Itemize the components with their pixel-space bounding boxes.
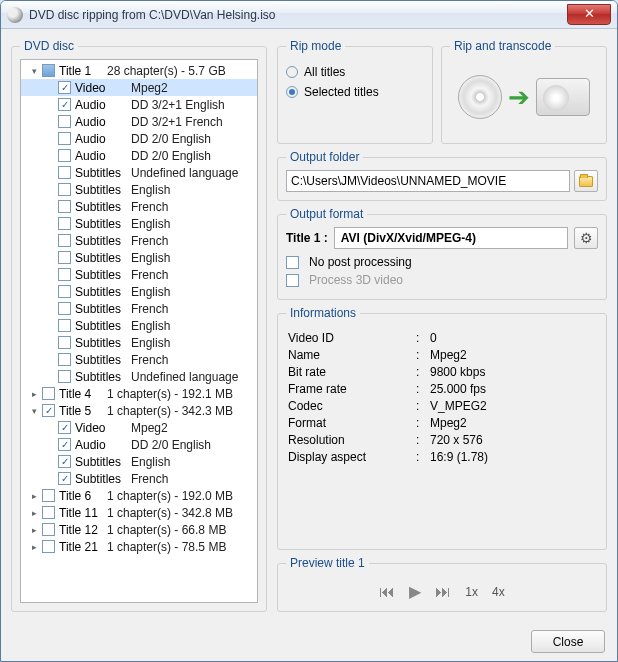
checkbox-icon[interactable]: [42, 404, 55, 417]
tree-row[interactable]: VideoMpeg2: [21, 79, 257, 96]
tree-row[interactable]: SubtitlesEnglish: [21, 317, 257, 334]
checkbox-icon[interactable]: [58, 217, 71, 230]
checkbox-icon[interactable]: [58, 472, 71, 485]
tree-row[interactable]: ▸Title 41 chapter(s) - 192.1 MB: [21, 385, 257, 402]
tree-label: Subtitles: [75, 183, 131, 197]
checkbox-icon[interactable]: [58, 285, 71, 298]
tree-row[interactable]: SubtitlesUndefined language: [21, 164, 257, 181]
tree-row[interactable]: SubtitlesFrench: [21, 300, 257, 317]
no-post-processing-checkbox[interactable]: No post processing: [286, 255, 598, 269]
tree-row[interactable]: AudioDD 2/0 English: [21, 436, 257, 453]
transcode-button[interactable]: ➔: [450, 59, 598, 135]
tree-row[interactable]: SubtitlesFrench: [21, 351, 257, 368]
info-key: Display aspect: [288, 449, 416, 466]
next-button[interactable]: ⏭: [435, 583, 451, 601]
tree-row[interactable]: SubtitlesEnglish: [21, 334, 257, 351]
tree-row[interactable]: SubtitlesEnglish: [21, 453, 257, 470]
checkbox-icon[interactable]: [58, 132, 71, 145]
tree-label: Audio: [75, 149, 131, 163]
expand-icon[interactable]: ▾: [29, 405, 40, 416]
tree-label: Audio: [75, 98, 131, 112]
checkbox-icon[interactable]: [42, 523, 55, 536]
tree-row[interactable]: ▾Title 51 chapter(s) - 342.3 MB: [21, 402, 257, 419]
tree-label: Subtitles: [75, 285, 131, 299]
expand-icon[interactable]: ▾: [29, 65, 40, 76]
checkbox-icon[interactable]: [58, 319, 71, 332]
checkbox-icon[interactable]: [58, 98, 71, 111]
disc-tree[interactable]: ▾Title 128 chapter(s) - 5.7 GBVideoMpeg2…: [20, 59, 258, 603]
checkbox-icon[interactable]: [58, 166, 71, 179]
tree-row[interactable]: ▸Title 121 chapter(s) - 66.8 MB: [21, 521, 257, 538]
checkbox-icon[interactable]: [42, 540, 55, 553]
tree-row[interactable]: SubtitlesEnglish: [21, 181, 257, 198]
radio-selected-label: Selected titles: [304, 85, 379, 99]
checkbox-icon[interactable]: [42, 506, 55, 519]
checkbox-icon[interactable]: [58, 234, 71, 247]
format-input[interactable]: [334, 227, 568, 249]
tree-row[interactable]: ▸Title 211 chapter(s) - 78.5 MB: [21, 538, 257, 555]
prev-button[interactable]: ⏮: [379, 583, 395, 601]
expand-icon: [45, 337, 56, 348]
speed-1x[interactable]: 1x: [465, 585, 478, 599]
play-button[interactable]: ▶: [409, 582, 421, 601]
tree-desc: Mpeg2: [131, 421, 168, 435]
close-button[interactable]: Close: [531, 630, 605, 653]
expand-icon[interactable]: ▸: [29, 524, 40, 535]
expand-icon[interactable]: ▸: [29, 490, 40, 501]
browse-folder-button[interactable]: [574, 170, 598, 192]
tree-row[interactable]: SubtitlesUndefined language: [21, 368, 257, 385]
checkbox-icon[interactable]: [58, 115, 71, 128]
checkbox-icon[interactable]: [58, 336, 71, 349]
output-folder-input[interactable]: [286, 170, 570, 192]
checkbox-icon[interactable]: [58, 302, 71, 315]
checkbox-icon[interactable]: [42, 64, 55, 77]
ripmode-group: Rip mode All titles Selected titles: [277, 39, 433, 144]
checkbox-icon[interactable]: [58, 370, 71, 383]
tree-row[interactable]: SubtitlesFrench: [21, 232, 257, 249]
checkbox-icon[interactable]: [58, 353, 71, 366]
tree-row[interactable]: SubtitlesFrench: [21, 470, 257, 487]
speed-4x[interactable]: 4x: [492, 585, 505, 599]
tree-row[interactable]: ▸Title 61 chapter(s) - 192.0 MB: [21, 487, 257, 504]
tree-label: Audio: [75, 132, 131, 146]
expand-icon[interactable]: ▸: [29, 388, 40, 399]
expand-icon[interactable]: ▸: [29, 507, 40, 518]
tree-row[interactable]: ▸Title 111 chapter(s) - 342.8 MB: [21, 504, 257, 521]
checkbox-icon[interactable]: [58, 438, 71, 451]
tree-row[interactable]: SubtitlesEnglish: [21, 215, 257, 232]
expand-icon: [45, 320, 56, 331]
checkbox-icon[interactable]: [58, 421, 71, 434]
tree-row[interactable]: SubtitlesFrench: [21, 198, 257, 215]
format-settings-button[interactable]: ⚙: [574, 227, 598, 249]
checkbox-icon[interactable]: [58, 149, 71, 162]
checkbox-icon[interactable]: [42, 387, 55, 400]
tree-row[interactable]: AudioDD 3/2+1 French: [21, 113, 257, 130]
radio-all-titles[interactable]: All titles: [286, 65, 424, 79]
tree-row[interactable]: AudioDD 2/0 English: [21, 147, 257, 164]
checkbox-icon[interactable]: [58, 200, 71, 213]
tree-row[interactable]: ▾Title 128 chapter(s) - 5.7 GB: [21, 62, 257, 79]
expand-icon: [45, 184, 56, 195]
window-close-button[interactable]: ✕: [567, 4, 611, 25]
checkbox-icon[interactable]: [58, 251, 71, 264]
expand-icon[interactable]: ▸: [29, 541, 40, 552]
tree-label: Subtitles: [75, 217, 131, 231]
expand-icon: [45, 218, 56, 229]
checkbox-icon[interactable]: [42, 489, 55, 502]
checkbox-icon[interactable]: [58, 183, 71, 196]
body: DVD disc ▾Title 128 chapter(s) - 5.7 GBV…: [1, 29, 617, 622]
tree-row[interactable]: VideoMpeg2: [21, 419, 257, 436]
tree-label: Subtitles: [75, 353, 131, 367]
tree-row[interactable]: SubtitlesEnglish: [21, 249, 257, 266]
info-colon: :: [416, 449, 430, 466]
tree-row[interactable]: AudioDD 2/0 English: [21, 130, 257, 147]
radio-selected-titles[interactable]: Selected titles: [286, 85, 424, 99]
tree-row[interactable]: SubtitlesFrench: [21, 266, 257, 283]
tree-row[interactable]: AudioDD 3/2+1 English: [21, 96, 257, 113]
tree-desc: DD 3/2+1 French: [131, 115, 223, 129]
tree-row[interactable]: SubtitlesEnglish: [21, 283, 257, 300]
checkbox-icon[interactable]: [58, 81, 71, 94]
tree-desc: Undefined language: [131, 166, 238, 180]
checkbox-icon[interactable]: [58, 455, 71, 468]
checkbox-icon[interactable]: [58, 268, 71, 281]
